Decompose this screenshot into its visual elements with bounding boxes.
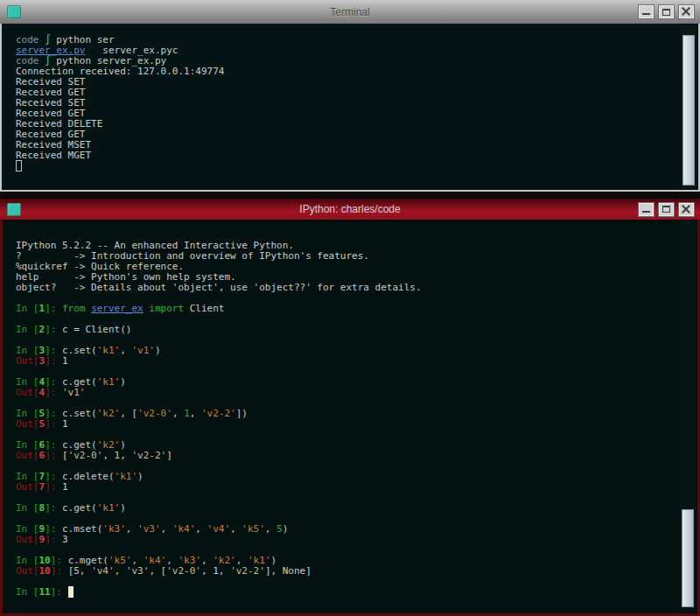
terminal-maximize-button[interactable] [658, 4, 675, 19]
text-segment: 5 [276, 523, 283, 535]
ipython-window-controls [638, 199, 695, 220]
terminal-line: Received SET [16, 98, 681, 108]
ipython-line: Out[10]: [5, 'v4', 'v3', ['v2-0', 1, 'v2… [16, 566, 680, 577]
maximize-icon [662, 206, 670, 213]
text-segment: 'v4' [91, 565, 115, 577]
text-segment: c.delete( [62, 471, 115, 482]
text-segment: , [190, 408, 201, 419]
ipython-line: Out[7]: 1 [16, 482, 680, 493]
text-segment: ] [166, 450, 172, 461]
text-segment: ]) [236, 408, 248, 419]
terminal-titlebar[interactable]: Terminal [0, 0, 700, 24]
terminal-line: Received MSET [16, 140, 681, 150]
text-segment: Client [184, 303, 224, 314]
terminal-app-icon[interactable] [7, 203, 21, 216]
text-segment: , 1, [201, 565, 230, 577]
text-segment: 'v3' [137, 523, 161, 535]
ipython-close-button[interactable] [678, 202, 695, 217]
text-segment: ]: [45, 324, 62, 335]
text-segment: 'v2-0' [166, 565, 201, 577]
text-segment: ]: [45, 303, 62, 314]
text-segment: [5, [68, 565, 92, 577]
ipython-line: In [2]: c = Client() [16, 325, 680, 335]
terminal-line: Received SET [16, 77, 681, 88]
text-segment: ]: [45, 418, 62, 430]
text-segment: ) [283, 523, 289, 535]
terminal-line: Received MGET [16, 150, 681, 161]
terminal-scrollbar[interactable] [681, 25, 696, 188]
text-segment: 'k2' [97, 408, 121, 419]
text-segment: , [115, 565, 126, 577]
ipython-console-area[interactable]: IPython 5.2.2 -- An enhanced Interactive… [0, 220, 700, 616]
ipython-line [16, 577, 680, 587]
ipython-line: In [11]: [16, 587, 680, 598]
terminal-line: Received GET [16, 130, 681, 140]
ipython-scrollbar-thumb[interactable] [682, 509, 694, 607]
terminal-line: Received GET [16, 88, 681, 98]
ipython-scrollbar[interactable] [680, 221, 696, 612]
ipython-line: In [9]: c.mset('k3', 'v3', 'k4', 'v4', '… [16, 524, 680, 535]
output-prompt: Out[ [16, 534, 39, 545]
ipython-line: In [5]: c.set('k2', ['v2-0', 1, 'v2-2']) [16, 409, 680, 419]
ipython-line: Out[6]: ['v2-0', 1, 'v2-2'] [16, 451, 680, 461]
text-segment: ], None] [265, 565, 312, 577]
ipython-line: In [8]: c.get('k1') [16, 503, 680, 514]
text-segment: ]: [45, 481, 62, 493]
terminal-app-icon[interactable] [7, 5, 21, 18]
text-segment: 11 [39, 586, 51, 598]
ipython-window-title: IPython: charles/code [0, 203, 700, 215]
text-segment: c.mset( [62, 523, 102, 535]
text-segment: 'v2-2' [201, 408, 236, 419]
text-segment: ]: [45, 355, 62, 367]
text-segment: , [195, 523, 206, 535]
text-segment: , [230, 523, 242, 535]
terminal-window-title: Terminal [0, 6, 700, 18]
cursor [16, 160, 22, 172]
text-segment: ) [120, 376, 126, 388]
ipython-maximize-button[interactable] [658, 202, 675, 217]
text-segment: ) [155, 345, 161, 356]
terminal-line: Received GET [16, 108, 681, 119]
text-segment: 1 [62, 481, 68, 493]
terminal-scrollbar-thumb[interactable] [682, 35, 695, 186]
text-segment: , [ [120, 408, 137, 419]
text-segment: 'k3' [102, 523, 126, 535]
ipython-line: In [3]: c.set('k1', 'v1') [16, 346, 680, 356]
terminal-window-controls [638, 0, 695, 24]
terminal-output-area[interactable]: code ∫ python serserver_ex.py server_ex.… [0, 24, 700, 192]
ipython-minimize-button[interactable] [638, 202, 654, 217]
text-segment: Received MGET [16, 150, 91, 161]
terminal-line [16, 161, 681, 172]
minimize-icon [642, 211, 650, 213]
text-segment: , [172, 408, 184, 419]
text-segment: 'v2-2' [132, 450, 167, 461]
text-segment: 'v1' [62, 387, 86, 398]
output-prompt: Out[ [16, 418, 39, 430]
ipython-line: Out[9]: 3 [16, 535, 680, 545]
terminal-close-button[interactable] [678, 4, 695, 19]
ipython-titlebar[interactable]: IPython: charles/code [0, 199, 700, 220]
text-segment: ) [120, 502, 126, 514]
text-segment: , [161, 523, 172, 535]
text-segment: , [126, 523, 137, 535]
text-segment: ]: [45, 502, 62, 514]
text-segment: server_ex [91, 303, 144, 314]
ipython-line: In [4]: c.get('k1') [16, 377, 680, 388]
text-segment: 'k5' [242, 523, 265, 535]
text-segment: ]: [45, 534, 62, 545]
output-prompt: Out[ [16, 481, 39, 493]
text-segment: 1 [62, 355, 68, 367]
text-segment: 1 [62, 418, 68, 430]
terminal-window: Terminal code ∫ python serserver_ex.py s… [0, 0, 700, 192]
text-segment: 'k1' [97, 502, 121, 514]
cursor [68, 586, 74, 598]
text-segment: 'v4' [207, 523, 231, 535]
input-prompt: In [ [16, 324, 39, 335]
terminal-minimize-button[interactable] [638, 4, 654, 19]
input-prompt: In [ [16, 303, 39, 314]
close-icon [682, 7, 691, 17]
text-segment: c = Client() [62, 324, 131, 335]
ipython-line: Out[3]: 1 [16, 356, 680, 367]
input-prompt: In [ [16, 502, 39, 514]
ipython-window: IPython: charles/code IPython 5.2.2 -- A… [0, 199, 700, 616]
